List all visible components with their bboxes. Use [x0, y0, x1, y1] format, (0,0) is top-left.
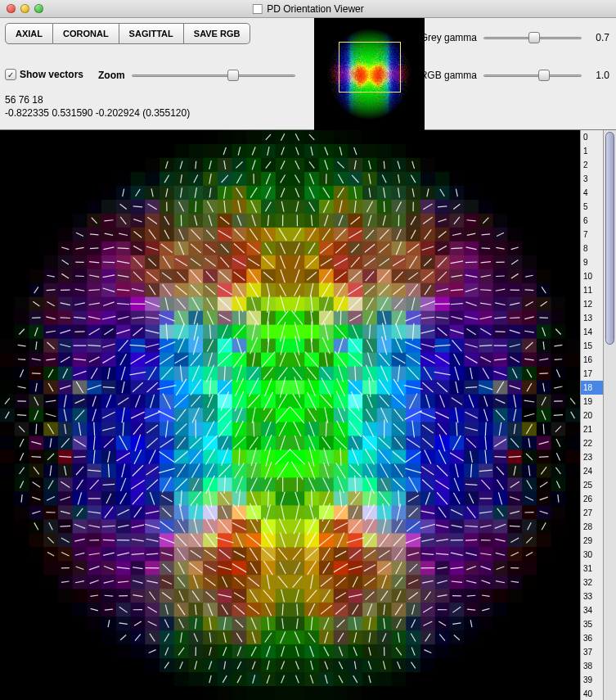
zoom-label: Zoom — [98, 70, 125, 81]
window-zoom-button[interactable] — [34, 4, 43, 13]
slice-index[interactable]: 27 — [581, 506, 603, 520]
slice-index[interactable]: 28 — [581, 520, 603, 534]
zoom-slider[interactable] — [132, 69, 295, 82]
slice-index[interactable]: 26 — [581, 492, 603, 506]
slice-index[interactable]: 7 — [581, 228, 603, 242]
slice-index[interactable]: 12 — [581, 297, 603, 311]
window-minimize-button[interactable] — [20, 4, 29, 13]
window-title: PD Orientation Viewer — [267, 3, 364, 15]
slice-index[interactable]: 18 — [581, 381, 603, 395]
slice-ruler[interactable]: 0123456789101112131415161718192021222324… — [580, 130, 603, 700]
slice-index[interactable]: 5 — [581, 200, 603, 214]
slice-index[interactable]: 16 — [581, 353, 603, 367]
roi-rectangle[interactable] — [339, 42, 401, 93]
slice-index[interactable]: 9 — [581, 255, 603, 269]
slice-index[interactable]: 22 — [581, 436, 603, 450]
slice-index[interactable]: 6 — [581, 214, 603, 228]
slice-index[interactable]: 32 — [581, 576, 603, 589]
slice-index[interactable]: 3 — [581, 172, 603, 186]
rgb-gamma-slider[interactable] — [483, 69, 582, 82]
slice-index[interactable]: 0 — [581, 130, 603, 144]
slice-index[interactable]: 19 — [581, 395, 603, 409]
show-vectors-checkbox[interactable] — [5, 69, 16, 80]
orientation-map[interactable] — [0, 130, 580, 700]
voxel-coords: 56 76 18 — [5, 93, 190, 106]
grey-gamma-value: 0.7 — [588, 32, 609, 43]
main-viewer: 0123456789101112131415161718192021222324… — [0, 130, 616, 700]
slice-index[interactable]: 33 — [581, 589, 603, 603]
slice-index[interactable]: 2 — [581, 158, 603, 172]
slice-index[interactable]: 13 — [581, 311, 603, 325]
slice-index[interactable]: 39 — [581, 673, 603, 687]
slice-index[interactable]: 29 — [581, 534, 603, 548]
thumbnail-panel[interactable] — [314, 18, 425, 130]
vertical-scrollbar[interactable] — [603, 130, 616, 700]
slice-index[interactable]: 21 — [581, 422, 603, 436]
controls-panel: AXIAL CORONAL SAGITTAL SAVE RGB Show vec… — [0, 18, 616, 130]
show-vectors-label: Show vectors — [20, 69, 83, 80]
scrollbar-thumb[interactable] — [605, 132, 614, 345]
window-close-button[interactable] — [7, 4, 16, 13]
sagittal-button[interactable]: SAGITTAL — [119, 23, 184, 44]
slice-index[interactable]: 31 — [581, 562, 603, 576]
titlebar: PD Orientation Viewer — [0, 0, 616, 18]
slice-index[interactable]: 25 — [581, 478, 603, 492]
vector-values: -0.822335 0.531590 -0.202924 (0.355120) — [5, 106, 190, 120]
rgb-gamma-value: 1.0 — [588, 70, 609, 81]
slice-index[interactable]: 15 — [581, 339, 603, 353]
status-readout: 56 76 18 -0.822335 0.531590 -0.202924 (0… — [5, 93, 190, 120]
axial-button[interactable]: AXIAL — [5, 23, 53, 44]
grey-gamma-label: Grey gamma — [420, 32, 477, 43]
slice-index[interactable]: 8 — [581, 242, 603, 255]
slice-index[interactable]: 40 — [581, 687, 603, 700]
color-map-canvas — [0, 130, 580, 700]
slice-index[interactable]: 24 — [581, 464, 603, 478]
slice-index[interactable]: 14 — [581, 325, 603, 339]
view-buttons: AXIAL CORONAL SAGITTAL SAVE RGB — [5, 23, 250, 44]
coronal-button[interactable]: CORONAL — [53, 23, 119, 44]
slice-index[interactable]: 34 — [581, 603, 603, 617]
x11-icon — [252, 4, 262, 14]
slice-index[interactable]: 23 — [581, 450, 603, 464]
slice-index[interactable]: 1 — [581, 144, 603, 158]
grey-gamma-slider[interactable] — [483, 31, 582, 44]
slice-index[interactable]: 10 — [581, 269, 603, 283]
slice-index[interactable]: 30 — [581, 548, 603, 562]
slice-index[interactable]: 36 — [581, 631, 603, 645]
slice-index[interactable]: 37 — [581, 645, 603, 659]
slice-index[interactable]: 4 — [581, 186, 603, 200]
slice-index[interactable]: 11 — [581, 283, 603, 297]
slice-index[interactable]: 17 — [581, 367, 603, 381]
slice-index[interactable]: 20 — [581, 409, 603, 422]
rgb-gamma-label: RGB gamma — [420, 70, 477, 81]
slice-index[interactable]: 38 — [581, 659, 603, 673]
slice-index[interactable]: 35 — [581, 617, 603, 631]
save-rgb-button[interactable]: SAVE RGB — [184, 23, 251, 44]
